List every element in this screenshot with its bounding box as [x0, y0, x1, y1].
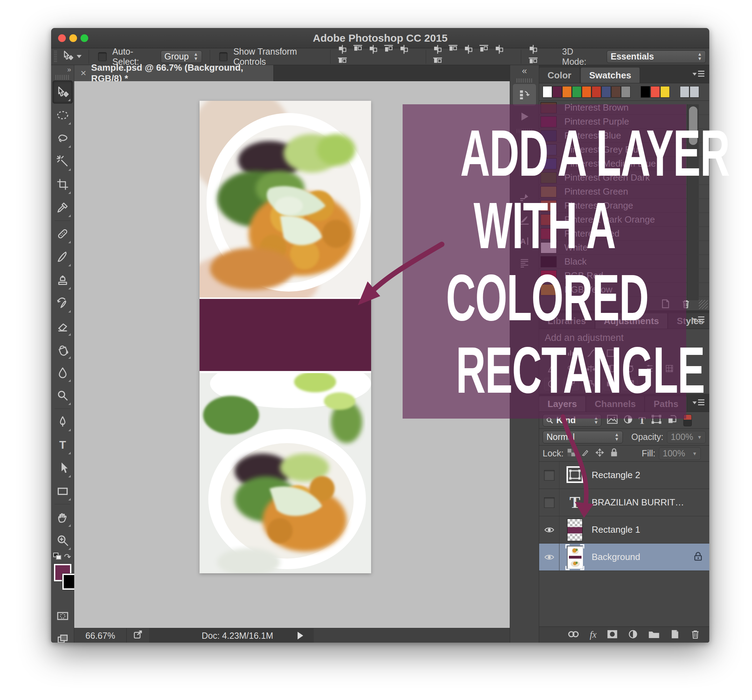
document-tab[interactable]: × Sample.psd @ 66.7% (Background, RGB/8)…	[74, 65, 274, 81]
marquee-tool[interactable]	[53, 104, 73, 127]
clone-stamp-tool[interactable]	[53, 269, 73, 292]
swatch-chip[interactable]	[601, 86, 611, 98]
lock-transparency-icon[interactable]	[567, 449, 576, 459]
layer-name[interactable]: Rectangle 1	[592, 524, 640, 535]
options-grip[interactable]	[54, 51, 57, 63]
swatch-chip[interactable]	[562, 86, 572, 98]
layer-row-rectangle-1[interactable]: Rectangle 1	[539, 516, 709, 543]
layer-name[interactable]: BRAZILIAN BURRITO BO...	[592, 497, 690, 508]
blend-mode-dropdown[interactable]: Normal ▲▼	[543, 431, 623, 444]
distribute-icon[interactable]	[463, 44, 474, 57]
tab-swatches-swatches[interactable]: Swatches	[581, 68, 640, 83]
panel-resize-grip[interactable]	[699, 300, 708, 309]
visibility-empty-checkbox[interactable]	[539, 462, 559, 489]
panel-menu-icon[interactable]	[693, 70, 704, 78]
swatch-chip[interactable]	[592, 86, 601, 98]
dodge-tool[interactable]	[53, 384, 73, 407]
rectangle-layer-thumbnail[interactable]	[567, 519, 583, 541]
magic-wand-tool[interactable]	[53, 150, 73, 173]
delete-layer-trash-icon[interactable]	[690, 629, 700, 641]
blur-tool[interactable]	[53, 361, 73, 384]
layer-row-rectangle-2[interactable]: Rectangle 2	[539, 462, 709, 489]
document-size-field[interactable]: Doc: 4.23M/16.1M	[149, 628, 314, 643]
path-selection-tool[interactable]	[53, 456, 73, 480]
brush-tool[interactable]	[53, 245, 73, 269]
distribute-icon[interactable]	[479, 44, 489, 57]
tools-grip[interactable]	[55, 75, 70, 80]
visibility-eye-icon[interactable]	[539, 543, 559, 571]
layer-style-fx-icon[interactable]: fx	[590, 629, 597, 640]
shape-layer-thumbnail[interactable]	[566, 466, 584, 485]
add-layer-mask-icon[interactable]	[607, 630, 618, 640]
align-icon[interactable]	[368, 44, 378, 57]
swatch-chip[interactable]	[552, 86, 562, 98]
swatch-chip[interactable]	[611, 86, 621, 98]
distribute-icon[interactable]	[448, 44, 458, 57]
type-tool[interactable]: T	[53, 433, 73, 456]
panel-menu-icon[interactable]	[693, 316, 704, 323]
screen-mode-button[interactable]	[53, 627, 73, 643]
active-tool-badge[interactable]	[62, 50, 84, 64]
distribute-icon[interactable]	[432, 44, 443, 57]
pen-tool[interactable]	[53, 410, 73, 433]
swatch-chip[interactable]	[641, 86, 650, 98]
spot-healing-tool[interactable]	[53, 222, 73, 245]
arrange-icon[interactable]	[528, 44, 538, 57]
strip-grip[interactable]	[516, 78, 533, 82]
psd-document[interactable]	[200, 101, 371, 573]
swatch-chip[interactable]	[572, 86, 581, 98]
visibility-empty-checkbox[interactable]	[539, 489, 559, 516]
eyedropper-tool[interactable]	[53, 196, 73, 219]
move-tool[interactable]	[53, 81, 73, 104]
distribute-icon[interactable]	[494, 44, 505, 57]
share-export-icon[interactable]	[133, 629, 143, 642]
align-icon[interactable]	[399, 44, 409, 57]
swatch-chip[interactable]	[690, 86, 699, 98]
swap-colors-icon[interactable]: ↶	[64, 552, 71, 562]
swatch-chip[interactable]	[651, 86, 660, 98]
lock-pixels-brush-icon[interactable]	[581, 449, 590, 459]
eraser-tool[interactable]	[53, 315, 73, 338]
status-options-arrow-icon[interactable]	[298, 632, 303, 639]
swatch-chip[interactable]	[621, 86, 631, 98]
history-brush-tool[interactable]	[53, 292, 73, 315]
new-group-folder-icon[interactable]	[648, 630, 660, 640]
align-icon[interactable]	[337, 44, 348, 57]
tools-collapse-chevron[interactable]: »	[51, 65, 74, 74]
fill-dropdown[interactable]: 100% ▼	[659, 447, 701, 460]
new-layer-icon[interactable]	[670, 629, 680, 641]
zoom-tool[interactable]	[53, 529, 73, 552]
auto-select-target-dropdown[interactable]: Group ▲▼	[161, 50, 202, 63]
lock-all-icon[interactable]	[610, 448, 618, 459]
paint-bucket-tool[interactable]	[53, 338, 73, 361]
crop-tool[interactable]	[53, 173, 73, 196]
text-layer-thumbnail[interactable]: T	[570, 493, 580, 512]
link-layers-icon[interactable]	[567, 630, 580, 640]
align-icon[interactable]	[353, 44, 363, 57]
colored-rectangle-layer[interactable]	[200, 299, 371, 371]
swatch-chip[interactable]	[660, 86, 670, 98]
auto-select-checkbox[interactable]	[98, 52, 107, 61]
visibility-eye-icon[interactable]	[539, 516, 559, 543]
new-adjustment-layer-icon[interactable]	[628, 629, 638, 641]
swatch-chip[interactable]	[582, 86, 591, 98]
lasso-tool[interactable]	[53, 127, 73, 150]
layer-row-brazilian-burrito-bo[interactable]: T BRAZILIAN BURRITO BO...	[539, 489, 709, 516]
swatch-chip[interactable]	[543, 86, 552, 98]
align-icon[interactable]	[383, 44, 394, 57]
quick-mask-button[interactable]	[53, 604, 73, 627]
hand-tool[interactable]	[53, 506, 73, 529]
rectangle-tool[interactable]	[53, 480, 73, 503]
dock-collapse-chevron[interactable]: «	[510, 65, 539, 77]
layer-name[interactable]: Background	[592, 552, 640, 562]
layer-name[interactable]: Rectangle 2	[592, 470, 640, 481]
close-tab-icon[interactable]: ×	[81, 68, 86, 79]
default-colors-icon[interactable]	[53, 553, 62, 560]
zoom-level-field[interactable]: 66.67%	[74, 628, 127, 643]
opacity-dropdown[interactable]: 100% ▼	[667, 431, 706, 444]
lock-position-icon[interactable]	[595, 448, 604, 459]
workspace-dropdown[interactable]: Essentials ▲▼	[607, 50, 706, 63]
show-transform-checkbox[interactable]	[219, 52, 228, 61]
layer-row-background[interactable]: Background	[539, 543, 709, 571]
history-panel-icon[interactable]	[513, 84, 536, 106]
